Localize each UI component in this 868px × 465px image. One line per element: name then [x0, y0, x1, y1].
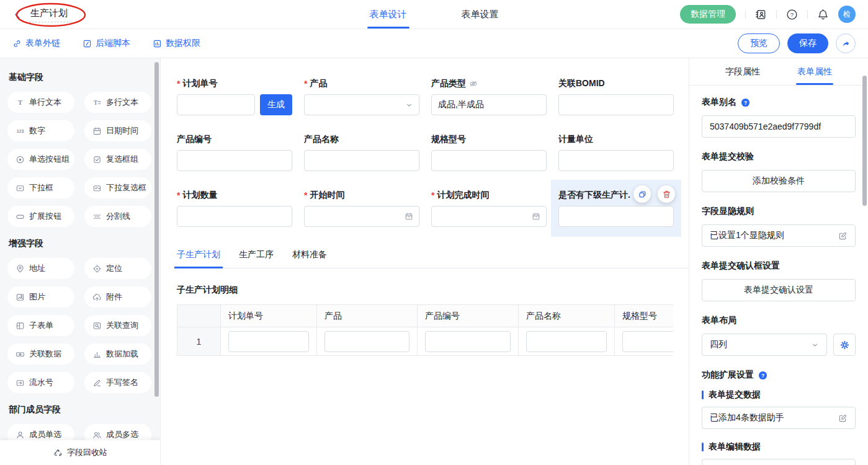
field-date-input[interactable]: 7: [431, 206, 547, 227]
field-pill-select[interactable]: 下拉框: [7, 177, 74, 198]
field-pill-location[interactable]: 定位: [84, 258, 151, 279]
layout-settings-gear-icon[interactable]: [833, 334, 856, 356]
form-field-spec-model[interactable]: 规格型号: [431, 134, 547, 171]
form-layout-select[interactable]: 四列: [702, 334, 827, 356]
copy-field-icon[interactable]: [633, 185, 651, 203]
form-field-product[interactable]: *产品: [304, 78, 419, 115]
form-field-product-name[interactable]: 产品名称: [304, 134, 419, 171]
form-field-product-code[interactable]: 产品编号: [177, 134, 292, 171]
tab-form-design[interactable]: 表单设计: [367, 0, 409, 29]
form-alias-input[interactable]: 5037409b571e2aed9f7799df: [702, 115, 856, 138]
help-icon[interactable]: ?: [741, 98, 750, 107]
form-field-has-sub-plan[interactable]: 是否有下级生产计.: [558, 190, 674, 227]
field-pill-related-data[interactable]: 关联数据: [7, 343, 74, 365]
eye-off-icon[interactable]: [469, 79, 478, 88]
field-pill-extend-button[interactable]: 扩展按钮: [7, 206, 74, 227]
field-pill-subform[interactable]: 子表单: [7, 315, 74, 336]
form-field-start-time[interactable]: *开始时间7: [304, 190, 419, 227]
backend-script-link[interactable]: 后端脚本: [83, 38, 130, 49]
field-input[interactable]: [558, 150, 674, 171]
field-pill-single-line-text[interactable]: T单行文本: [7, 92, 74, 113]
page-body: 基础字段T单行文本T多行文本123数字日期时间单选按钮组复选框组下拉框下拉复选框…: [0, 58, 868, 465]
field-pill-multi-line-text[interactable]: T多行文本: [84, 92, 151, 113]
radio-group-icon: [16, 155, 25, 164]
field-pill-radio-group[interactable]: 单选按钮组: [7, 149, 74, 170]
chevron-down-icon: [405, 101, 413, 109]
back-icon[interactable]: [12, 9, 23, 20]
tab-field-properties[interactable]: 字段属性: [724, 58, 761, 85]
subform-icon: [16, 321, 25, 330]
delete-field-icon[interactable]: [658, 185, 675, 203]
field-pill-checkbox-group[interactable]: 复选框组: [84, 149, 151, 170]
field-recycle-bin[interactable]: 字段回收站: [0, 440, 161, 465]
form-external-link-link[interactable]: 表单外链: [12, 38, 60, 49]
field-select[interactable]: [304, 94, 419, 115]
field-pill-datetime[interactable]: 日期时间: [84, 120, 151, 141]
sidebar-scrollbar[interactable]: [154, 62, 159, 397]
field-input[interactable]: [558, 206, 674, 227]
field-pill-divider[interactable]: 分割线: [84, 206, 151, 227]
save-button[interactable]: 保存: [787, 33, 828, 53]
data-manage-button[interactable]: 数据管理: [680, 5, 736, 24]
help-icon[interactable]: ?: [758, 371, 767, 380]
field-pill-image[interactable]: 图片: [7, 286, 74, 308]
generate-button[interactable]: 生成: [260, 94, 292, 115]
tab-form-settings[interactable]: 表单设置: [459, 0, 501, 29]
add-action-button[interactable]: 添加操作: [702, 459, 856, 465]
field-pill-related-query[interactable]: 关联查询: [84, 315, 151, 336]
field-input[interactable]: [431, 150, 547, 171]
form-field-product-type[interactable]: 产品类型成品,半成品: [431, 78, 547, 115]
add-validation-button[interactable]: 添加校验条件: [702, 170, 856, 192]
field-input[interactable]: [177, 206, 292, 227]
form-field-unit[interactable]: 计量单位: [558, 134, 674, 171]
subtab-material-preparation[interactable]: 材料准备: [292, 249, 327, 268]
cell-input[interactable]: [526, 331, 607, 352]
field-input[interactable]: [558, 94, 674, 115]
field-pill-attachment[interactable]: 附件: [84, 286, 151, 308]
form-external-link-label: 表单外链: [25, 38, 60, 49]
field-pill-multi-select[interactable]: 下拉复选框: [84, 177, 151, 198]
field-label: 计量单位: [558, 134, 674, 145]
panel-scrollbar[interactable]: [862, 76, 867, 206]
form-field-plan-number[interactable]: *计划单号生成: [177, 78, 292, 115]
notification-bell-icon[interactable]: [817, 9, 829, 20]
field-date-input[interactable]: 7: [304, 206, 419, 227]
submit-confirm-button[interactable]: 表单提交确认设置: [702, 279, 856, 301]
glossary-icon[interactable]: [755, 9, 767, 20]
field-pill-data-load[interactable]: 数据加载: [84, 343, 151, 365]
field-input[interactable]: 成品,半成品: [431, 94, 547, 115]
share-icon[interactable]: [836, 33, 856, 53]
number-icon: 123: [16, 126, 25, 136]
field-pill-number[interactable]: 123数字: [7, 120, 74, 141]
edit-icon[interactable]: [838, 231, 848, 241]
field-pill-address[interactable]: 地址: [7, 258, 74, 279]
field-input[interactable]: [304, 150, 419, 171]
field-pill-serial-number[interactable]: 流水号: [7, 372, 74, 393]
field-pill-signature[interactable]: 手写签名: [84, 372, 151, 393]
page-title[interactable]: 生产计划: [29, 6, 71, 22]
data-permission-link[interactable]: 数据权限: [153, 38, 200, 49]
cell-input[interactable]: [622, 331, 673, 352]
field-input[interactable]: [177, 94, 255, 115]
visibility-rules-input[interactable]: 已设置1个显隐规则: [702, 224, 856, 247]
form-field-plan-quantity[interactable]: *计划数量: [177, 190, 292, 227]
cell-input[interactable]: [324, 331, 409, 352]
submit-data-input[interactable]: 已添加4条数据助手: [702, 407, 856, 429]
cell-input[interactable]: [228, 331, 309, 352]
field-input[interactable]: [177, 150, 292, 171]
svg-text:?: ?: [744, 99, 747, 105]
member-multi-icon: [92, 430, 102, 440]
form-field-plan-finish-time[interactable]: *计划完成时间7: [431, 190, 547, 227]
avatar[interactable]: 检: [838, 6, 856, 23]
edit-icon[interactable]: [838, 414, 848, 423]
help-icon[interactable]: ?: [786, 9, 798, 20]
subtab-sub-production-plan[interactable]: 子生产计划: [177, 249, 220, 268]
image-icon: [16, 293, 25, 302]
extend-button-icon: [16, 212, 25, 221]
preview-button[interactable]: 预览: [738, 33, 780, 53]
cell-input[interactable]: [425, 331, 511, 352]
subtab-production-process[interactable]: 生产工序: [239, 249, 274, 268]
tab-form-properties[interactable]: 表单属性: [796, 58, 833, 85]
form-field-related-bomid[interactable]: 关联BOMID: [558, 78, 674, 115]
header-actions: 数据管理 ? 检: [680, 5, 856, 24]
